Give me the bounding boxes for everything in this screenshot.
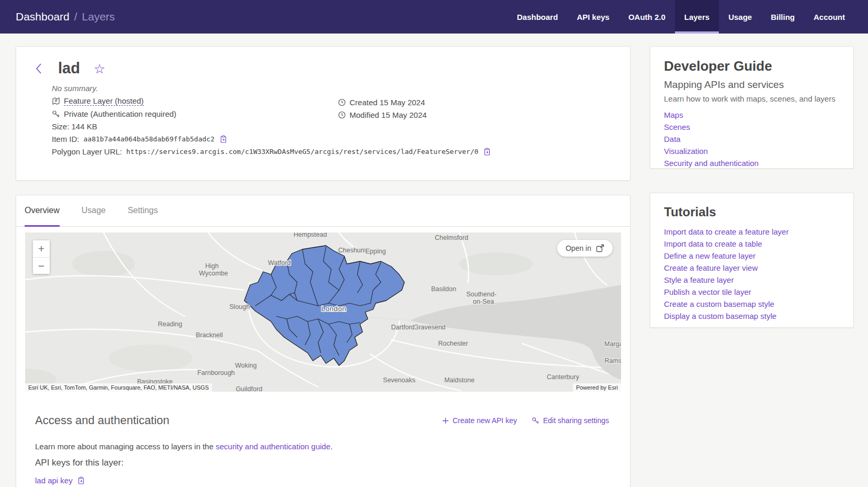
tab-bar: OverviewUsageSettings [16,195,630,227]
favorite-star-icon[interactable]: ☆ [94,63,105,74]
map-place-label-woking: Woking [235,362,257,369]
tutorials-card: Tutorials Import data to create a featur… [650,193,854,328]
guide-link-data[interactable]: Data [664,133,840,145]
guide-link-scenes[interactable]: Scenes [664,121,840,133]
nav-item-dashboard[interactable]: Dashboard [508,0,567,34]
map-place-label-high: High [205,262,219,270]
map-place-label-bracknell: Bracknell [196,331,222,339]
map-place-label-basingstoke: Basingstoke [137,378,173,385]
developer-guide-card: Developer Guide Mapping APIs and service… [650,46,854,169]
map-place-label-reading: Reading [158,320,183,328]
breadcrumb-current: Layers [82,10,115,23]
open-in-label: Open in [566,244,591,252]
edit-sharing-settings-button[interactable]: Edit sharing settings [532,416,609,425]
copy-url-button[interactable] [483,148,491,156]
copy-icon [220,135,228,143]
map-water [410,285,621,380]
tutorial-link-style-a-feature-layer[interactable]: Style a feature layer [664,274,840,286]
tutorial-link-create-a-feature-layer-view[interactable]: Create a feature layer view [664,262,840,274]
layer-type-label[interactable]: Feature Layer (hosted) [64,96,144,106]
map-place-label-dartford: Dartford [391,324,414,331]
plus-icon [442,417,449,424]
developer-guide-description: Learn how to work with maps, scenes, and… [664,94,840,103]
copy-icon [77,477,85,485]
api-keys-label: API keys for this layer: [35,458,609,468]
map-place-label-cheshunt: Cheshunt [338,247,366,254]
nav-item-account[interactable]: Account [804,0,854,34]
map-canvas[interactable]: HempsteadChelmsfordCheshuntEppingWatford… [25,233,621,392]
map-place-label-watford: Watford [268,259,290,267]
breadcrumb-dashboard[interactable]: Dashboard [16,10,70,23]
map-place-label-rochester: Rochester [438,340,468,347]
edit-sharing-label: Edit sharing settings [543,416,609,425]
access-description: Learn more about managing access to laye… [35,442,609,451]
nav-item-oauth-2-0[interactable]: OAuth 2.0 [619,0,675,34]
map-place-label-wycombe: Wycombe [199,270,228,277]
map-zoom-controls: + − [33,240,50,274]
nav-item-billing[interactable]: Billing [761,0,804,34]
create-api-key-label: Create new API key [453,416,517,425]
create-api-key-button[interactable]: Create new API key [442,416,517,425]
tab-settings[interactable]: Settings [128,195,158,227]
tutorial-link-define-a-new-feature-layer[interactable]: Define a new feature layer [664,250,840,262]
clock-icon [338,98,346,106]
zoom-out-button[interactable]: − [33,257,50,274]
layer-title: lad [58,60,80,77]
created-date: Created 15 May 2024 [350,98,425,107]
layer-size: Size: 144 KB [52,122,97,131]
layer-privacy: Private (Authentication required) [64,109,176,118]
modified-date: Modified 15 May 2024 [350,110,427,119]
access-heading: Access and authentication [35,414,170,427]
map-place-label-maidstone: Maidstone [444,377,475,384]
api-key-link[interactable]: lad api key [35,476,73,485]
map-place-label-farnborough: Farnborough [197,369,235,377]
clock-icon [338,111,346,119]
guide-link-maps[interactable]: Maps [664,109,840,121]
tutorials-links: Import data to create a feature layerImp… [664,226,840,322]
key-icon [52,110,60,118]
copy-api-key-button[interactable] [77,477,85,485]
map-place-label-margate: Margate [604,340,621,348]
nav-item-api-keys[interactable]: API keys [567,0,619,34]
tab-overview[interactable]: Overview [25,195,60,227]
map-place-label-gravesend: Gravesend [413,324,445,331]
tutorial-link-create-a-custom-basemap-style[interactable]: Create a custom basemap style [664,298,840,310]
map-place-label-chelmsford: Chelmsford [435,234,468,241]
breadcrumb: Dashboard / Layers [0,0,115,34]
item-id-label: Item ID: [52,135,80,143]
tutorial-link-import-data-to-create-a-feature-layer[interactable]: Import data to create a feature layer [664,226,840,238]
developer-guide-subtitle: Mapping APIs and services [664,79,840,91]
access-section: Access and authentication Create new API… [16,392,630,485]
layer-summary: No summary. [52,84,98,93]
back-button[interactable] [35,63,46,74]
tab-usage[interactable]: Usage [82,195,106,227]
primary-nav: DashboardAPI keysOAuth 2.0LayersUsageBil… [508,0,854,34]
security-guide-link[interactable]: security and authentication guide [216,442,330,451]
tutorial-link-display-a-custom-basemap-style[interactable]: Display a custom basemap style [664,310,840,322]
zoom-in-button[interactable]: + [33,240,50,257]
tutorial-link-publish-a-vector-tile-layer[interactable]: Publish a vector tile layer [664,286,840,298]
feature-layer-icon [52,97,60,105]
developer-guide-links: MapsScenesDataVisualizationSecurity and … [664,109,840,169]
map-place-label-epping: Epping [366,248,386,255]
map-place-label-london: London [321,305,346,313]
nav-item-layers[interactable]: Layers [675,0,719,34]
nav-item-usage[interactable]: Usage [719,0,761,34]
map-place-label-basildon: Basildon [431,285,456,293]
tutorial-link-import-data-to-create-a-table[interactable]: Import data to create a table [664,238,840,250]
copy-item-id-button[interactable] [220,135,228,143]
map-place-label-sevenoaks: Sevenoaks [383,377,415,384]
guide-link-security-and-authentication[interactable]: Security and authentication [664,157,840,169]
guide-link-visualization[interactable]: Visualization [664,145,840,157]
layer-info-card: lad ☆ No summary. Feature Layer (hosted)… [16,46,630,181]
map-place-label-on-sea: on-Sea [473,298,494,305]
key-icon [532,417,539,425]
access-description-text: Learn more about managing access to laye… [35,442,216,451]
access-description-period: . [331,442,333,451]
top-navigation-bar: Dashboard / Layers DashboardAPI keysOAut… [0,0,868,34]
open-in-button[interactable]: Open in [557,240,613,257]
layer-url-value: https://services9.arcgis.com/c1W33XRwDAs… [126,148,478,156]
map-place-label-canterbury: Canterbury [547,373,580,381]
item-id-value: aa81b7a44a064ba58dab69ffab5dadc2 [84,135,215,143]
map-place-label-ramsgate: Ramsgate [605,357,621,364]
